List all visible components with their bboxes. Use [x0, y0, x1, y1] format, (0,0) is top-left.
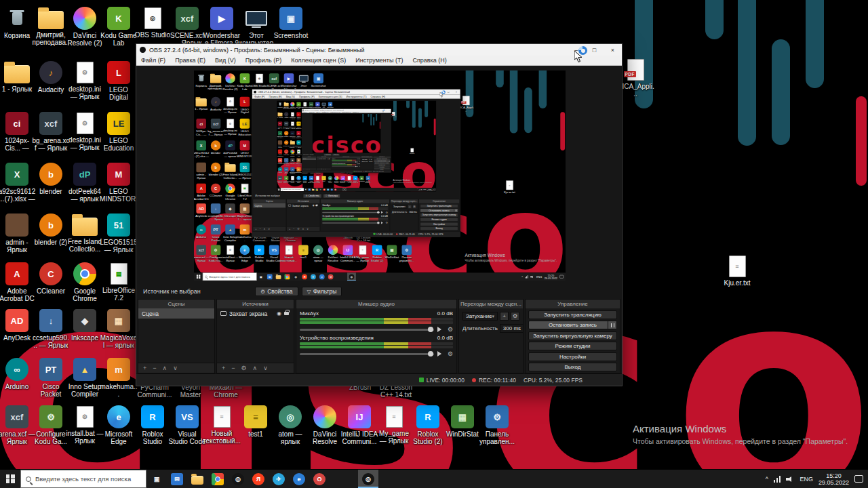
gear-icon[interactable]: ⚙ — [448, 350, 453, 357]
volume-slider[interactable] — [300, 353, 434, 355]
desktop-icon-intellij-idea-communi[interactable]: IJIntelliJ IDEA Communi... — [340, 405, 378, 445]
pause-recording-button[interactable] — [608, 321, 616, 329]
menu-инструменты-t[interactable]: Инструменты (T) — [351, 57, 408, 64]
clock[interactable]: 15:20 29.05.2022 — [818, 472, 849, 486]
desktop-icon-visual-studio-code[interactable]: VSVisual Studio Code — [168, 405, 206, 445]
network-icon[interactable] — [774, 476, 781, 483]
menu-вид-v[interactable]: Вид (V) — [210, 57, 241, 64]
desktop-icon-дмитрий-преподава[interactable]: Дмитрий, преподава... — [32, 7, 70, 47]
desktop-icon-lego-mindstor[interactable]: MLEGO MINDSTOR... — [100, 163, 138, 203]
source-item[interactable]: Захват экрана◉ — [217, 308, 294, 319]
taskbar-app-obs[interactable]: ◎ — [228, 470, 248, 488]
scenes-move-up-icon[interactable]: ∧ — [163, 365, 167, 371]
transition-properties-button[interactable]: ⚙ — [511, 312, 519, 321]
desktop-icon-davinci-resolve-2[interactable]: DaVinci Resolve (2) — [66, 7, 104, 47]
taskbar-app-file-explorer[interactable] — [187, 470, 208, 488]
taskbar-app-edge[interactable]: e — [289, 470, 309, 488]
control-выход-button[interactable]: Выход — [528, 363, 617, 371]
desktop-icon-desktop-ini-ярлык[interactable]: ⚙desktop.ini — Ярлык — [66, 112, 104, 151]
desktop-icon-inno-setup-compiler[interactable]: ▲Inno Setup Compiler — [66, 358, 104, 398]
desktop-icon-1-ярлык[interactable]: 1 - Ярлык — [0, 61, 36, 93]
control-режим-студии-button[interactable]: Режим студии — [528, 342, 617, 350]
desktop-icon-blender[interactable]: bblender — [32, 163, 70, 195]
desktop-icon-wondershare-filmora-9[interactable]: ▶Wondershare Filmora 9 — [203, 7, 241, 47]
taskbar-app-opera[interactable]: O — [309, 470, 330, 488]
desktop-icon-arena-xcf-ярлык[interactable]: xcfarena.xcf — Ярлык — [0, 405, 36, 445]
desktop-icon-test1[interactable]: ≡test1 — [237, 405, 275, 438]
menu-справка-h[interactable]: Справка (H) — [408, 57, 451, 64]
desktop-icon-desktop-ini-ярлык[interactable]: ⚙desktop.ini — Ярлык — [66, 61, 104, 100]
desktop-icon-a92sc91612-7-xlsx-яр[interactable]: Xa92sc91612...(7).xlsx — Яр... — [0, 163, 36, 203]
menu-правка-e[interactable]: Правка (E) — [170, 57, 210, 64]
control-остановить-запись-button[interactable]: Остановить запись — [528, 321, 617, 329]
desktop-icon-lego51515-ярлык[interactable]: 51LEGO51515 — Ярлык — [100, 214, 138, 253]
desktop-icon-bg-arena-xcf-ярлык[interactable]: xcfbg_arena.xcf — Ярлык — [32, 112, 70, 152]
desktop-icon-magicavoxel-ярлык[interactable]: ▦MagicaVoxel — ярлык — [100, 309, 138, 349]
desktop-icon-atom-ярлык[interactable]: ◎atom — ярлык — [271, 405, 309, 445]
sources-remove-icon[interactable]: − — [231, 365, 235, 371]
gear-icon[interactable]: ⚙ — [448, 326, 453, 333]
desktop-icon-makehuma[interactable]: mmakehuma... — [100, 358, 138, 398]
desktop-icon-screenshot[interactable]: ▣Screenshot_... — [272, 7, 310, 47]
volume-slider-knob[interactable] — [428, 327, 433, 332]
desktop-icon-kodu-game-lab[interactable]: KKodu Game Lab — [100, 7, 138, 47]
desktop-icon-anydesk[interactable]: ADAnyDesk — [0, 309, 36, 342]
sources-move-down-icon[interactable]: ∨ — [263, 365, 268, 371]
lock-icon[interactable] — [284, 312, 289, 315]
control-запустить-трансляцию-button[interactable]: Запустить трансляцию — [528, 310, 617, 319]
volume-slider[interactable] — [300, 329, 434, 331]
desktop-icon-microsoft-edge[interactable]: eMicrosoft Edge — [100, 405, 138, 445]
start-button[interactable] — [0, 470, 20, 488]
search-input[interactable] — [35, 475, 141, 483]
desktop-icon-arduino[interactable]: ∞Arduino — [0, 358, 36, 390]
desktop-icon-my-game-ярлык[interactable]: ≡My_game — Ярлык — [375, 405, 413, 445]
desktop-icon-корзина[interactable]: Корзина — [0, 7, 36, 39]
desktop-icon-kju-er-txt[interactable]: ≡Kju.er.txt — [718, 255, 756, 287]
taskbar-app-mail[interactable]: ✉ — [167, 470, 187, 488]
desktop-icon-этот-компьютер[interactable]: Этот компьютер — [237, 7, 275, 47]
close-button[interactable]: × — [604, 44, 622, 56]
visibility-eye-icon[interactable]: ◉ — [277, 310, 281, 317]
desktop-icon-lego-education[interactable]: LELEGO Education — [100, 112, 138, 152]
duration-spinner[interactable]: 300 ms▲▼ — [500, 324, 523, 333]
language-indicator[interactable]: ENG — [800, 476, 813, 483]
desktop-icon-roblox-studio-2[interactable]: RRoblox Studio (2) — [409, 405, 447, 445]
add-transition-button[interactable]: + — [500, 312, 509, 321]
desktop-icon-cisco-packet-tracer[interactable]: PTCisco Packet Tracer — [32, 358, 70, 399]
notification-center-icon[interactable] — [854, 475, 863, 483]
taskbar-app-task-view[interactable]: ▣ — [146, 470, 167, 488]
desktop-icon-ccsetup590-ярлык[interactable]: ↓ccsetup590... — Ярлык — [32, 309, 70, 349]
desktop-icon-free-island-collectio[interactable]: Free Island Collectio... — [66, 214, 104, 253]
scenes-move-down-icon[interactable]: ∨ — [173, 365, 178, 371]
desktop-icon-lego-digital-designer[interactable]: LLEGO Digital Designer — [100, 61, 138, 102]
menu-коллекция-сцен-s[interactable]: Коллекция сцен (S) — [286, 57, 351, 64]
desktop-icon-obs-studio[interactable]: ◎OBS Studio — [134, 7, 172, 39]
desktop-icon-blender-2[interactable]: bblender (2) — [32, 214, 70, 246]
desktop-icon-admin-ярлык[interactable]: admin - Ярлык — [0, 214, 36, 253]
filters-button[interactable]: ▽Фильтры — [302, 287, 342, 296]
taskbar-app-obs-active[interactable]: ◎ — [358, 470, 378, 488]
desktop-icon-windirstat[interactable]: ▦WinDirStat — [443, 405, 481, 438]
control-настройки-button[interactable]: Настройки — [528, 352, 617, 361]
menu-профиль-p[interactable]: Профиль (P) — [241, 57, 286, 64]
volume-icon[interactable] — [786, 476, 794, 483]
desktop-icon-install-bat-ярлык[interactable]: ⚙install.bat — Ярлык — [66, 405, 104, 445]
desktop-icon-audacity[interactable]: ♪Audacity — [32, 61, 70, 94]
taskbar-app-chrome[interactable] — [208, 470, 228, 488]
desktop-icon-панель-управлен[interactable]: ⚙Панель управлен... — [478, 405, 516, 445]
desktop-icon-ccleaner[interactable]: CCCleaner — [32, 262, 70, 295]
control-запустить-виртуальную-камеру-button[interactable]: Запустить виртуальную камеру — [528, 331, 617, 340]
desktop-icon-davinci-resolve[interactable]: DaVinci Resolve — [306, 405, 344, 445]
desktop-icon-libreoffice-7-2[interactable]: ▤LibreOffice 7.2 — [100, 262, 138, 302]
desktop-icon-scene-xcf-ярлык[interactable]: xcfSCENE.xcf — Ярлык — [168, 7, 206, 47]
properties-button[interactable]: ⚙Свойства — [255, 287, 298, 296]
sources-move-up-icon[interactable]: ∧ — [253, 365, 258, 371]
tray-expand-icon[interactable]: ^ — [766, 476, 768, 483]
sources-properties-icon[interactable]: ⚙ — [241, 365, 247, 371]
scenes-remove-icon[interactable]: − — [153, 365, 156, 371]
desktop-icon-configure-kodu-ga[interactable]: ⚙Configure Kodu Ga... — [32, 405, 70, 445]
scenes-add-icon[interactable]: + — [143, 365, 146, 371]
desktop-icon-dotpeek64-ярлык[interactable]: dPdotPeek64 — ярлык — [66, 163, 104, 203]
obs-titlebar[interactable]: OBS 27.2.4 (64-bit, windows) - Профиль: … — [136, 44, 622, 56]
desktop-icon-google-chrome[interactable]: Google Chrome — [66, 262, 104, 302]
